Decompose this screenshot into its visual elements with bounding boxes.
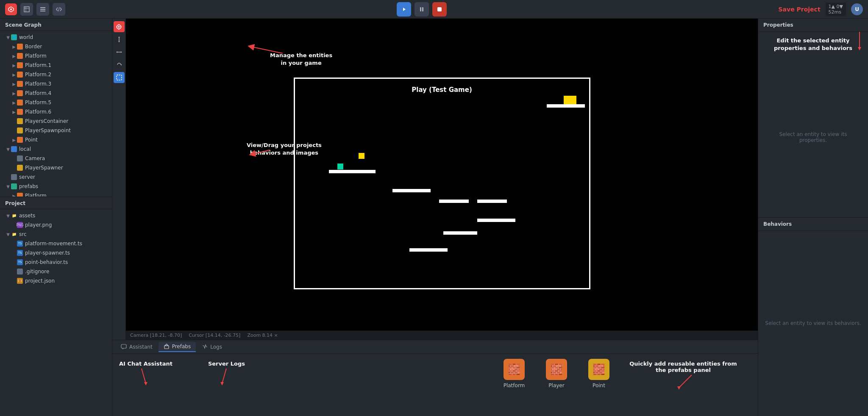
tree-item-platform5[interactable]: ▶ Platform.5 xyxy=(0,98,112,107)
entity-icon xyxy=(17,81,23,87)
svg-marker-42 xyxy=(858,47,861,50)
tree-item-playerspawner[interactable]: PlayerSpawner xyxy=(0,163,112,172)
user-avatar[interactable]: U xyxy=(851,3,863,15)
tree-item-world[interactable]: ▼ 🌐 world xyxy=(0,33,112,42)
tree-label: Platform xyxy=(25,53,47,59)
server-icon xyxy=(11,174,17,180)
tree-item-player-spawner-ts[interactable]: TS player-spawner.ts xyxy=(0,248,112,258)
prefab-point[interactable]: 🧱 Point xyxy=(584,359,614,388)
tree-label: player.png xyxy=(25,222,52,228)
translate-tool-button[interactable] xyxy=(114,34,125,45)
folder-icon: 📁 xyxy=(11,213,17,219)
expand-icon: ▶ xyxy=(11,91,17,96)
play-button[interactable] xyxy=(397,2,411,17)
select-tool-button[interactable] xyxy=(114,72,125,83)
tree-item-border[interactable]: ▶ Border xyxy=(0,42,112,51)
tree-item-playerspawnpoint[interactable]: PlayerSpawnpoint xyxy=(0,126,112,135)
tab-label: Assistant xyxy=(129,344,153,350)
scale-tool-button[interactable] xyxy=(114,47,125,58)
tree-item-server[interactable]: server xyxy=(0,172,112,182)
tree-item-platform[interactable]: ▶ Platform xyxy=(0,51,112,61)
svg-rect-6 xyxy=(40,9,45,10)
entity-icon xyxy=(17,165,23,171)
svg-marker-25 xyxy=(121,51,122,53)
tree-item-platform6[interactable]: ▶ Platform.6 xyxy=(0,107,112,116)
code-icon-btn[interactable] xyxy=(53,3,65,16)
tree-label: point-behavior.ts xyxy=(25,259,68,265)
image-icon: PNG xyxy=(17,222,23,228)
expand-icon: ▼ xyxy=(5,184,11,189)
tree-item-platform1[interactable]: ▶ Platform.1 xyxy=(0,61,112,70)
list-icon-btn[interactable] xyxy=(36,3,49,16)
tab-logs[interactable]: Logs xyxy=(197,342,227,352)
behaviors-empty: Select an entity to view its behaviors. xyxy=(758,231,868,416)
tree-item-local[interactable]: ▼ local xyxy=(0,144,112,154)
tree-item-platform4[interactable]: ▶ Platform.4 xyxy=(0,89,112,98)
tree-item-platform-movement[interactable]: TS platform-movement.ts xyxy=(0,239,112,248)
save-project-button[interactable]: Save Project xyxy=(779,6,821,13)
tree-label: Platform.6 xyxy=(25,109,51,115)
tree-item-prefabs[interactable]: ▼ prefabs xyxy=(0,182,112,191)
tree-item-platform3[interactable]: ▶ Platform.3 xyxy=(0,79,112,89)
entity-icon xyxy=(17,118,23,124)
tree-label: Platform.1 xyxy=(25,62,51,68)
properties-title: Properties xyxy=(758,19,868,32)
behaviors-title: Behaviors xyxy=(758,218,868,231)
svg-marker-32 xyxy=(122,348,124,349)
world-icon: 🌐 xyxy=(11,34,17,40)
file-icon xyxy=(17,269,23,275)
scene-icon-btn[interactable] xyxy=(20,3,33,16)
prefab-player[interactable]: 🧱 Player xyxy=(542,359,571,388)
expand-icon: ▼ xyxy=(5,147,11,152)
bottom-tabs: Assistant Prefabs Logs xyxy=(112,340,758,354)
expand-icon: ▶ xyxy=(11,72,17,77)
player-sprite xyxy=(564,96,576,104)
tree-item-point[interactable]: ▶ Point xyxy=(0,135,112,144)
properties-empty: Select an entity to view its properties. xyxy=(758,57,868,217)
tree-item-project-json[interactable]: { } project.json xyxy=(0,276,112,286)
tree-item-camera[interactable]: Camera xyxy=(0,154,112,163)
annotation-manage-entities: Manage the entitiesin your game xyxy=(270,52,332,67)
fps-display: 1▲ 0▼52ms xyxy=(826,3,846,16)
tree-item-point-behavior-ts[interactable]: TS point-behavior.ts xyxy=(0,258,112,267)
tree-label: Platform xyxy=(25,193,47,197)
prefab-platform[interactable]: 🧱 Platform xyxy=(499,359,529,388)
app-logo[interactable] xyxy=(5,3,17,15)
svg-rect-27 xyxy=(117,75,122,80)
tree-label: assets xyxy=(19,213,35,219)
svg-marker-22 xyxy=(118,41,120,42)
tree-item-assets[interactable]: ▼ 📁 assets xyxy=(0,211,112,220)
viewport[interactable]: Play (Test Game) Manage the entitiesin y… xyxy=(126,19,758,340)
svg-line-30 xyxy=(252,150,270,154)
tree-label: PlayerSpawnpoint xyxy=(25,128,71,133)
tree-item-prefab-platform[interactable]: ▶ Platform xyxy=(0,191,112,197)
move-tool-button[interactable] xyxy=(114,21,125,32)
scene-graph-panel: Scene Graph ▼ 🌐 world ▶ Border ▶ Platfor… xyxy=(0,19,112,197)
prefab-label: Point xyxy=(593,383,605,388)
scene-graph-title: Scene Graph xyxy=(0,19,112,31)
tab-assistant[interactable]: Assistant xyxy=(116,342,158,352)
expand-icon: ▼ xyxy=(5,214,11,218)
stop-button[interactable] xyxy=(432,2,447,17)
tab-label: Logs xyxy=(210,344,222,350)
tree-label: Platform.4 xyxy=(25,90,51,96)
tree-label: Border xyxy=(25,44,42,50)
tree-label: prefabs xyxy=(19,183,38,189)
entity-icon xyxy=(17,137,23,143)
prefabs-container: 🧱 Platform 🧱 Player 🧱 Point xyxy=(499,359,614,388)
tab-prefabs[interactable]: Prefabs xyxy=(159,342,196,352)
expand-icon: ▶ xyxy=(11,138,17,142)
tree-label: Platform.2 xyxy=(25,72,51,78)
tree-label: player-spawner.ts xyxy=(25,250,70,256)
annotation-text: Quickly add reusable entities from the p… xyxy=(624,361,743,373)
rotate-tool-button[interactable] xyxy=(114,59,125,70)
annotation-text: AI Chat Assistant xyxy=(119,361,172,367)
tree-item-src[interactable]: ▼ 📁 src xyxy=(0,230,112,239)
tree-item-player-png[interactable]: PNG player.png xyxy=(0,220,112,230)
annotation-text: Server Logs xyxy=(208,361,245,367)
tree-item-platform2[interactable]: ▶ Platform.2 xyxy=(0,70,112,79)
tree-item-playerscontainer[interactable]: PlayersContainer xyxy=(0,116,112,126)
pause-button[interactable] xyxy=(415,2,429,17)
tree-item-gitignore[interactable]: .gitignore xyxy=(0,267,112,276)
expand-icon: ▶ xyxy=(11,100,17,105)
